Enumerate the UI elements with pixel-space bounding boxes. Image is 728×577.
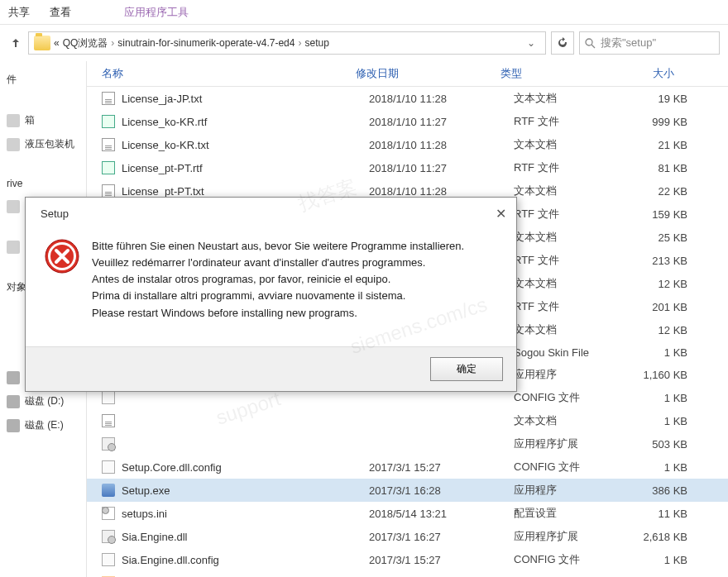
table-row[interactable]: Sia.Engine.dll2017/3/1 16:27应用程序扩展2,618 … (87, 525, 728, 548)
file-size: 21 KB (621, 139, 704, 151)
file-name: setups.ini (122, 508, 369, 520)
table-row[interactable]: 应用程序扩展503 KB (87, 432, 728, 455)
table-row[interactable]: Setup.Core.dll.config2017/3/1 15:27CONFI… (87, 455, 728, 479)
file-size: 159 KB (621, 208, 704, 221)
sidebar-item[interactable]: 件 (0, 68, 86, 92)
folder-icon (34, 36, 50, 50)
file-size: 2,618 KB (621, 531, 704, 543)
file-name: License_ja-JP.txt (122, 93, 369, 105)
file-size: 386 KB (621, 484, 704, 497)
file-type: 文本文档 (514, 184, 621, 198)
breadcrumb[interactable]: « QQ浏览器 › sinutrain-for-sinumerik-operat… (28, 31, 546, 55)
search-input[interactable]: 搜索"setup" (579, 31, 720, 55)
table-row[interactable]: License_ko-KR.rtf2018/1/10 11:27RTF 文件99… (87, 110, 728, 133)
file-icon (102, 437, 115, 451)
col-name[interactable]: 名称 (87, 66, 356, 81)
file-name: Setup.exe (122, 484, 369, 497)
table-row[interactable]: Sia.Engine.dll.config2017/3/1 15:27CONFI… (87, 548, 728, 571)
file-type: 文本文档 (514, 322, 621, 337)
table-row[interactable]: splash.bmp2017/12/1 10:28BMP 图片文件633 KB (87, 571, 728, 577)
file-date: 2018/1/10 11:27 (369, 162, 514, 174)
nav-up-icon[interactable] (8, 36, 23, 50)
table-row[interactable]: License_ja-JP.txt2018/1/10 11:28文本文档19 K… (87, 87, 728, 110)
drive-icon (7, 371, 20, 384)
file-type: 应用程序 (514, 367, 621, 382)
setup-dialog: Setup ✕ Bitte führen Sie einen Neustart … (25, 197, 517, 392)
file-type: RTF 文件 (514, 114, 621, 129)
table-row[interactable]: Setup.exe2017/3/1 16:28应用程序386 KB (87, 479, 728, 502)
file-icon (102, 92, 115, 105)
file-type: 应用程序扩展 (514, 529, 621, 544)
file-type: CONFIG 文件 (514, 552, 621, 567)
table-row[interactable]: 文本文档1 KB (87, 409, 728, 432)
file-date: 2018/1/10 11:28 (369, 139, 514, 151)
file-size: 1 KB (621, 346, 704, 359)
file-size: 213 KB (621, 255, 704, 267)
file-size: 12 KB (621, 324, 704, 336)
sidebar-item[interactable]: rive (0, 173, 86, 194)
sidebar-item[interactable]: 箱 (0, 108, 86, 132)
column-headers: 名称 修改日期 类型 大小 (87, 61, 728, 87)
svg-point-0 (586, 39, 592, 45)
breadcrumb-segment[interactable]: QQ浏览器 (63, 36, 108, 50)
dialog-message: Bitte führen Sie einen Neustart aus, bev… (92, 238, 464, 322)
file-icon (102, 115, 115, 128)
sidebar-drive[interactable]: 磁盘 (E:) (0, 413, 86, 437)
file-size: 11 KB (621, 508, 704, 520)
file-name: Setup.Core.dll.config (122, 461, 369, 474)
file-name: License_pt-PT.txt (122, 185, 369, 198)
file-type: 应用程序扩展 (514, 436, 621, 451)
sidebar-drive[interactable]: 磁盘 (D:) (0, 389, 86, 413)
search-icon (585, 38, 596, 49)
search-placeholder: 搜索"setup" (601, 36, 656, 50)
file-name: Sia.Engine.dll.config (122, 554, 369, 566)
refresh-button[interactable] (551, 31, 574, 55)
file-icon (102, 391, 115, 404)
file-type: RTF 文件 (514, 207, 621, 222)
file-date: 2017/3/1 16:27 (369, 531, 514, 543)
file-size: 1 KB (621, 392, 704, 404)
file-icon (102, 484, 115, 497)
file-type: 文本文档 (514, 230, 621, 245)
breadcrumb-segment[interactable]: setup (304, 37, 328, 49)
address-bar: « QQ浏览器 › sinutrain-for-sinumerik-operat… (0, 25, 728, 61)
file-size: 201 KB (621, 301, 704, 313)
file-icon (102, 138, 115, 151)
file-icon (102, 184, 115, 198)
drive-icon (7, 419, 20, 432)
file-type: CONFIG 文件 (514, 460, 621, 474)
chevron-down-icon[interactable]: ⌄ (522, 37, 540, 49)
top-toolbar: 共享 查看 应用程序工具 (0, 0, 728, 25)
file-type: RTF 文件 (514, 299, 621, 314)
file-date: 2018/1/10 11:28 (369, 93, 514, 105)
file-size: 503 KB (621, 438, 704, 451)
file-type: CONFIG 文件 (514, 390, 621, 405)
toolbar-app-tools[interactable]: 应用程序工具 (124, 5, 189, 20)
file-icon (102, 530, 115, 543)
ok-button[interactable]: 确定 (430, 357, 503, 381)
file-type: RTF 文件 (514, 160, 621, 175)
file-type: 应用程序 (514, 483, 621, 498)
sidebar-item[interactable]: 液压包装机 (0, 132, 86, 156)
file-size: 19 KB (621, 93, 704, 105)
file-name: License_pt-PT.rtf (122, 162, 369, 174)
table-row[interactable]: setups.ini2018/5/14 13:21配置设置11 KB (87, 502, 728, 525)
generic-icon (7, 138, 20, 151)
close-icon[interactable]: ✕ (496, 206, 506, 222)
col-size[interactable]: 大小 (608, 66, 691, 81)
toolbar-share[interactable]: 共享 (8, 5, 30, 20)
file-date: 2018/5/14 13:21 (369, 508, 514, 520)
file-size: 25 KB (621, 231, 704, 244)
error-icon (44, 238, 80, 274)
file-type: 文本文档 (514, 137, 621, 152)
file-date: 2017/3/1 16:28 (369, 484, 514, 497)
col-type[interactable]: 类型 (500, 66, 608, 81)
toolbar-view[interactable]: 查看 (50, 5, 71, 20)
file-size: 1 KB (621, 554, 704, 566)
file-icon (102, 460, 115, 474)
file-date: 2018/1/10 11:27 (369, 116, 514, 128)
table-row[interactable]: License_pt-PT.rtf2018/1/10 11:27RTF 文件81… (87, 156, 728, 179)
col-date[interactable]: 修改日期 (356, 66, 500, 81)
table-row[interactable]: License_ko-KR.txt2018/1/10 11:28文本文档21 K… (87, 133, 728, 156)
breadcrumb-segment[interactable]: sinutrain-for-sinumerik-operate-v4.7-ed4 (117, 37, 295, 49)
